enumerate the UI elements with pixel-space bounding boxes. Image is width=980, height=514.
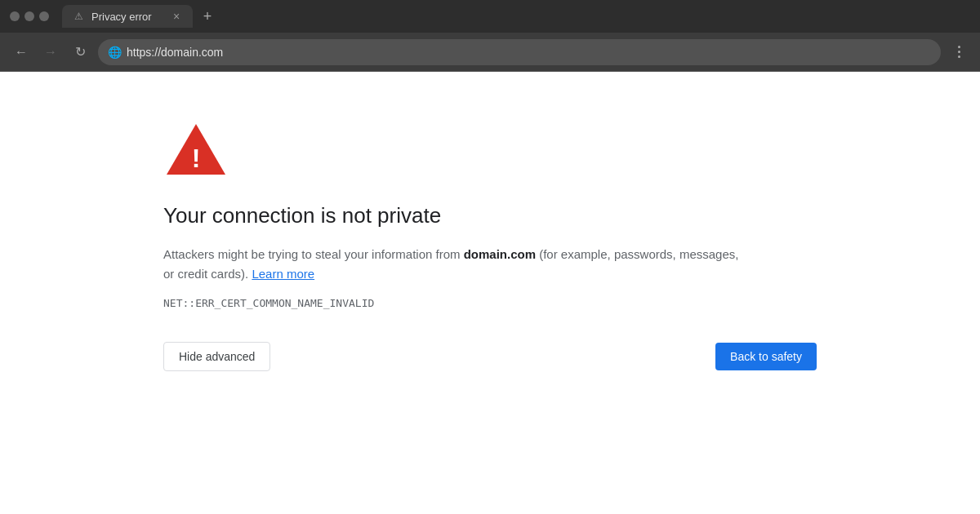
learn-more-link[interactable]: Learn more	[252, 267, 314, 281]
button-row: Hide advanced Back to safety	[163, 342, 817, 371]
tab-close-button[interactable]: ×	[170, 10, 183, 23]
browser-menu-button[interactable]	[947, 41, 970, 64]
tab-favicon-icon: ⚠	[72, 10, 85, 23]
menu-dot-2	[958, 51, 960, 53]
menu-dot-1	[958, 46, 960, 48]
tab-bar: ⚠ Privacy error × +	[62, 5, 970, 28]
error-description: Attackers might be trying to steal your …	[163, 245, 751, 284]
error-domain: domain.com	[464, 247, 536, 261]
back-button[interactable]: ←	[10, 41, 33, 64]
forward-button[interactable]: →	[39, 41, 62, 64]
page-content: ! Your connection is not private Attacke…	[0, 72, 980, 514]
error-code: NET::ERR_CERT_COMMON_NAME_INVALID	[163, 297, 817, 309]
reload-button[interactable]: ↻	[69, 41, 91, 64]
traffic-light-close[interactable]	[10, 11, 20, 21]
menu-dot-3	[958, 55, 960, 58]
back-to-safety-button[interactable]: Back to safety	[715, 343, 817, 370]
tab-title: Privacy error	[91, 11, 163, 23]
globe-icon: 🌐	[108, 46, 122, 59]
address-bar[interactable]: 🌐 https://domain.com	[98, 39, 941, 65]
hide-advanced-button[interactable]: Hide advanced	[163, 342, 270, 371]
new-tab-button[interactable]: +	[196, 5, 219, 28]
traffic-lights	[10, 11, 49, 21]
warning-triangle-icon: !	[163, 121, 229, 178]
active-tab[interactable]: ⚠ Privacy error ×	[62, 5, 193, 28]
error-title: Your connection is not private	[163, 202, 817, 230]
error-description-prefix: Attackers might be trying to steal your …	[163, 247, 464, 261]
browser-titlebar: ⚠ Privacy error × +	[0, 0, 980, 33]
svg-text:!: !	[192, 144, 201, 173]
traffic-light-maximize[interactable]	[39, 11, 49, 21]
url-display: https://domain.com	[127, 46, 223, 59]
traffic-light-minimize[interactable]	[24, 11, 34, 21]
browser-navbar: ← → ↻ 🌐 https://domain.com	[0, 33, 980, 72]
